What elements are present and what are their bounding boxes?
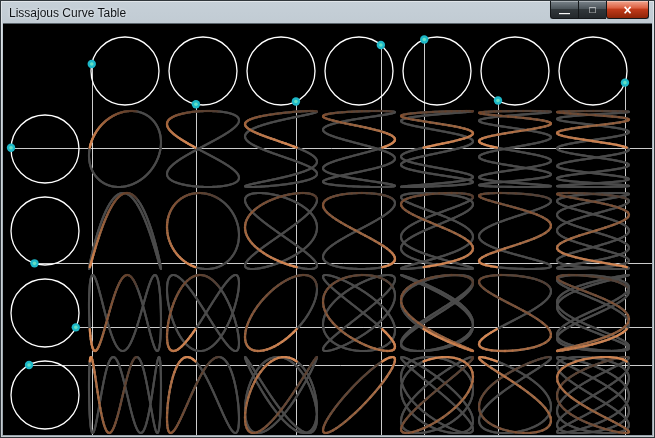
app-window: Lissajous Curve Table — □ × [0,0,655,438]
maximize-button[interactable]: □ [578,1,606,19]
lissajous-canvas [3,24,652,435]
canvas-area [3,23,652,435]
window-title: Lissajous Curve Table [9,6,126,20]
maximize-icon: □ [589,5,595,15]
close-icon: × [623,3,631,17]
minimize-button[interactable]: — [550,1,578,19]
titlebar[interactable]: Lissajous Curve Table — □ × [3,3,652,23]
minimize-icon: — [559,9,570,17]
window-controls: — □ × [550,1,649,19]
close-button[interactable]: × [606,1,649,19]
